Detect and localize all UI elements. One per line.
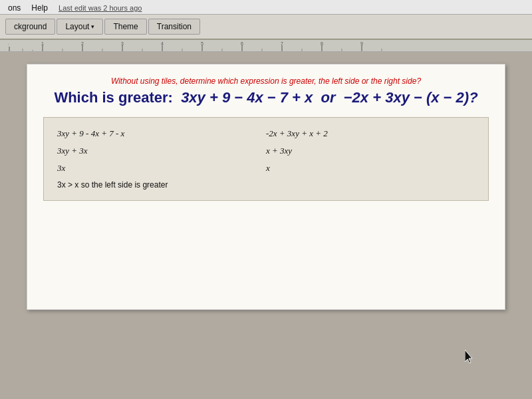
question-big: Which is greater: 3xy + 9 − 4x − 7 + x o… (43, 88, 489, 108)
svg-text:1: 1 (41, 41, 44, 46)
right-step-3: x (266, 163, 475, 174)
menu-ons[interactable]: ons (3, 2, 26, 14)
svg-text:3: 3 (121, 41, 124, 46)
right-step-1: -2x + 3xy + x + 2 (266, 128, 475, 139)
content-area: Without using tiles, determine which exp… (0, 52, 532, 399)
layout-button[interactable]: Layout ▾ (57, 19, 103, 35)
layout-label: Layout (65, 22, 89, 31)
slide: Without using tiles, determine which exp… (27, 64, 505, 310)
svg-text:4: 4 (161, 41, 164, 46)
svg-text:2: 2 (81, 41, 84, 46)
svg-text:5: 5 (201, 41, 203, 46)
left-step-2: 3xy + 3x (57, 146, 266, 156)
last-edit-label: Last edit was 2 hours ago (59, 4, 142, 12)
question-small: Without using tiles, determine which exp… (43, 76, 489, 86)
background-button[interactable]: ckground (5, 19, 55, 35)
svg-text:9: 9 (360, 41, 363, 46)
operator: or (321, 89, 336, 106)
expression-left: 3xy + 9 − 4x − 7 + x (181, 89, 313, 106)
right-step-2: x + 3xy (266, 146, 475, 156)
svg-marker-31 (465, 350, 472, 363)
left-step-3: 3x (57, 163, 266, 174)
work-col-right: -2x + 3xy + x + 2 x + 3xy x (266, 128, 475, 190)
svg-text:6: 6 (241, 41, 243, 46)
work-col-left: 3xy + 9 - 4x + 7 - x 3xy + 3x 3x 3x > x … (57, 128, 266, 190)
left-step-1: 3xy + 9 - 4x + 7 - x (57, 128, 266, 139)
mouse-cursor (465, 350, 475, 364)
transition-button[interactable]: Transition (148, 19, 200, 35)
menu-bar: ons Help Last edit was 2 hours ago (0, 0, 532, 15)
expression-right: −2x + 3xy − (x − 2)? (344, 89, 478, 106)
theme-button[interactable]: Theme (104, 19, 146, 35)
svg-text:8: 8 (321, 41, 323, 46)
layout-arrow-icon: ▾ (91, 23, 94, 30)
menu-help[interactable]: Help (26, 2, 53, 14)
toolbar: ckground Layout ▾ Theme Transition (0, 15, 532, 40)
svg-text:7: 7 (281, 41, 283, 46)
svg-text:·: · (8, 42, 9, 47)
left-step-answer: 3x > x so the left side is greater (57, 180, 266, 190)
question-prefix: Which is greater: (54, 89, 172, 106)
work-box: 3xy + 9 - 4x + 7 - x 3xy + 3x 3x 3x > x … (43, 117, 489, 201)
ruler: · 1 2 3 4 5 6 7 8 9 (0, 40, 532, 52)
ruler-svg: · 1 2 3 4 5 6 7 8 9 (3, 40, 529, 52)
